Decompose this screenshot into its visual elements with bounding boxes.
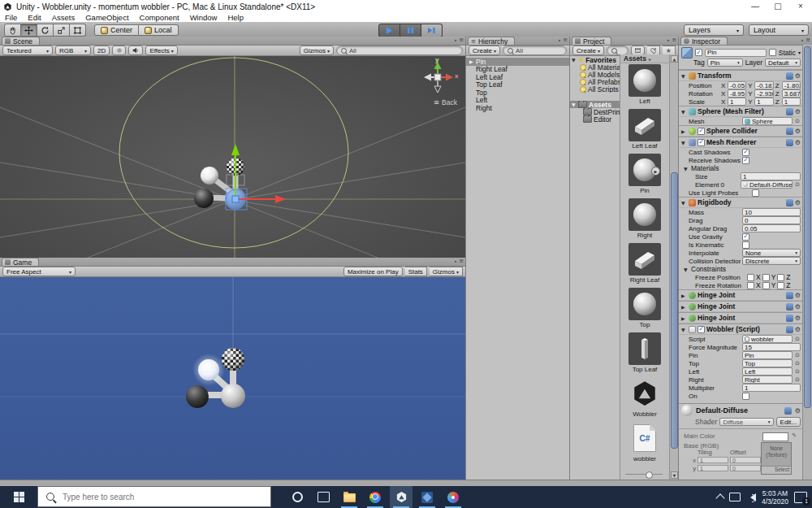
file-explorer-button[interactable]: [338, 486, 361, 508]
scene-viewport[interactable]: y x ≡ Back: [0, 56, 465, 259]
settings-gear-icon[interactable]: ⚙: [795, 292, 801, 299]
hierarchy-item[interactable]: ▶ Left Leaf: [466, 73, 569, 81]
receive-shadows-checkbox[interactable]: [742, 157, 749, 164]
object-picker-icon[interactable]: ⊙: [794, 118, 801, 124]
favorites-item[interactable]: All Material: [570, 63, 620, 71]
hierarchy-search-input[interactable]: All: [503, 46, 567, 55]
favorites-item[interactable]: All Scripts: [570, 85, 620, 93]
hierarchy-item[interactable]: ▶ Left: [466, 97, 569, 105]
stats-button[interactable]: Stats: [405, 267, 427, 276]
gameobject-name-field[interactable]: Pin: [705, 49, 767, 57]
help-icon[interactable]: [786, 139, 793, 146]
help-icon[interactable]: [786, 72, 793, 80]
use-gravity-checkbox[interactable]: [742, 233, 749, 241]
is-kinematic-checkbox[interactable]: [742, 241, 749, 249]
component-enabled-checkbox[interactable]: [698, 326, 705, 333]
offset-y-field[interactable]: 0: [730, 465, 761, 471]
scene-canvas[interactable]: [0, 56, 465, 259]
foldout-icon[interactable]: ▶: [681, 128, 687, 134]
volume-icon[interactable]: [746, 493, 756, 501]
foldout-icon[interactable]: ▼: [684, 267, 689, 272]
close-button[interactable]: ×: [789, 0, 812, 13]
chrome-button[interactable]: [364, 486, 387, 508]
help-icon[interactable]: [784, 407, 792, 415]
scrollbar-thumb[interactable]: [804, 46, 811, 408]
tab-scene[interactable]: Scene: [2, 37, 40, 45]
script-object-field[interactable]: wobbler: [742, 335, 793, 343]
settings-gear-icon[interactable]: ⚙: [795, 128, 801, 135]
panel-menu-icon[interactable]: ≡: [459, 258, 464, 264]
help-icon[interactable]: [786, 199, 793, 206]
settings-gear-icon[interactable]: ⚙: [795, 108, 801, 115]
tab-project[interactable]: Project: [572, 37, 611, 45]
help-icon[interactable]: [786, 128, 793, 135]
interpolate-dropdown[interactable]: None▾: [742, 249, 801, 257]
thumbnail-size-slider[interactable]: [625, 471, 663, 478]
materials-size-field[interactable]: 1: [741, 172, 801, 180]
unity-taskbar-button[interactable]: [390, 486, 412, 508]
pause-button[interactable]: [400, 24, 421, 37]
settings-gear-icon[interactable]: ⚙: [795, 199, 801, 206]
view-direction-label[interactable]: ≡ Back: [434, 98, 457, 106]
position-y-field[interactable]: -0.181: [754, 81, 773, 89]
panel-lock-icon[interactable]: ▪: [455, 37, 456, 43]
play-button[interactable]: [378, 24, 400, 37]
tab-hierarchy[interactable]: ≡ Hierarchy: [468, 37, 515, 45]
left-object-field[interactable]: Left: [742, 367, 793, 376]
favorites-item[interactable]: All Prefabs: [570, 78, 620, 85]
help-icon[interactable]: [786, 326, 793, 333]
foldout-icon[interactable]: ▶: [681, 293, 687, 298]
task-view-button[interactable]: [312, 486, 335, 508]
tiling-y-field[interactable]: 1: [698, 465, 728, 471]
help-icon[interactable]: [786, 315, 793, 322]
freeze-rotation-z-checkbox[interactable]: [777, 282, 784, 289]
freeze-rotation-y-checkbox[interactable]: [762, 282, 770, 289]
scroll-up-icon[interactable]: ▲: [671, 55, 678, 63]
rotation-z-field[interactable]: 3.6879: [782, 89, 801, 98]
component-enabled-checkbox[interactable]: [698, 139, 705, 146]
hinge-joint-header[interactable]: ▶ Hinge Joint ⚙: [679, 312, 803, 323]
rotation-y-field[interactable]: -2.936: [754, 89, 773, 98]
cast-shadows-checkbox[interactable]: [742, 149, 749, 156]
asset-item[interactable]: C# ▶ Pin: [622, 154, 667, 198]
asset-item[interactable]: C# ▶ Top: [622, 288, 667, 332]
favorites-item[interactable]: All Models: [570, 71, 620, 78]
rotation-x-field[interactable]: -8.951: [728, 89, 746, 98]
asset-item[interactable]: C# ▶ Top Leaf: [622, 332, 667, 377]
hierarchy-item[interactable]: ▶ Right: [466, 104, 569, 112]
asset-item[interactable]: C# ▶ Left Leaf: [622, 109, 667, 154]
static-checkbox[interactable]: [769, 49, 776, 56]
panel-menu-icon[interactable]: ≡: [563, 37, 568, 43]
scale-x-field[interactable]: 1: [728, 98, 746, 106]
cortana-button[interactable]: [286, 486, 309, 508]
static-dropdown-icon[interactable]: ▾: [798, 50, 801, 55]
panel-lock-icon[interactable]: ▪: [455, 258, 456, 264]
foldout-icon[interactable]: ▼: [684, 166, 689, 172]
2d-toggle-button[interactable]: 2D: [93, 46, 110, 55]
hierarchy-item[interactable]: ▶ Top Leaf: [466, 81, 569, 89]
scrollbar-thumb[interactable]: [671, 172, 678, 449]
hinge-joint-header[interactable]: ▶ Hinge Joint ⚙: [679, 289, 803, 301]
asset-item[interactable]: C# ▶ Left: [622, 64, 667, 109]
constraints-foldout[interactable]: ▼ Constraints: [679, 265, 803, 273]
rect-tool-button[interactable]: [70, 24, 86, 37]
panel-menu-icon[interactable]: ≡: [672, 37, 676, 43]
materials-foldout[interactable]: ▼ Materials: [679, 164, 803, 172]
object-picker-icon[interactable]: ⊙: [794, 368, 801, 375]
move-tool-button[interactable]: [21, 24, 37, 37]
tray-expand-chevron-icon[interactable]: [715, 493, 724, 502]
foldout-icon[interactable]: ▶: [681, 304, 687, 310]
menu-item[interactable]: File: [5, 13, 17, 22]
foldout-icon[interactable]: ▼: [681, 140, 687, 145]
multiplier-field[interactable]: 1: [742, 384, 801, 392]
transform-header[interactable]: ▼ Transform ⚙: [679, 70, 803, 81]
angular-drag-field[interactable]: 0.05: [742, 224, 801, 232]
tag-dropdown[interactable]: Pin▾: [707, 59, 743, 67]
help-icon[interactable]: [786, 303, 793, 310]
shader-edit-button[interactable]: Edit...: [776, 417, 801, 427]
freeze-rotation-x-checkbox[interactable]: [747, 282, 754, 289]
hierarchy-create-button[interactable]: Create▾: [469, 46, 500, 55]
pivot-local-button[interactable]: Local: [139, 24, 179, 36]
maximize-button[interactable]: □: [767, 0, 789, 13]
panel-menu-icon[interactable]: ≡: [806, 37, 810, 43]
